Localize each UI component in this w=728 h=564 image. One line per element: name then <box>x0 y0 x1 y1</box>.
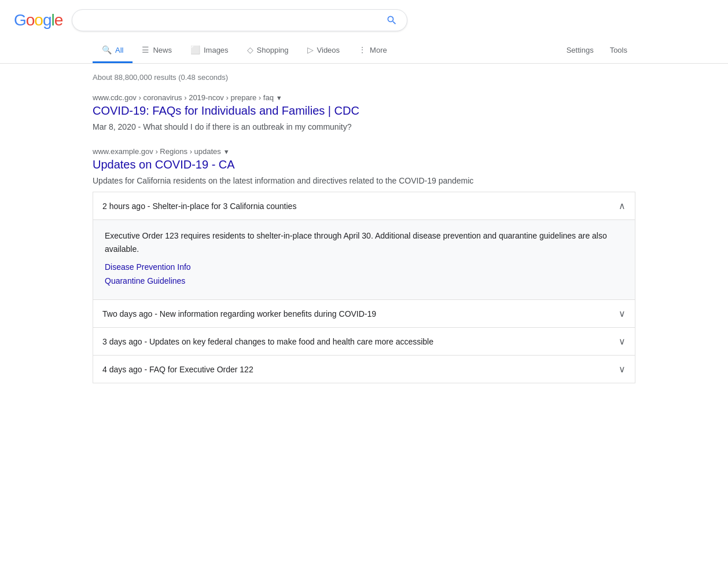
nav-right: Settings Tools <box>558 39 635 63</box>
expanded-text-1: Executive Order 123 requires residents t… <box>105 229 623 255</box>
result-title-cdc[interactable]: COVID-19: FAQs for Individuals and Famil… <box>93 103 635 118</box>
expand-icon-4: ∨ <box>619 364 626 375</box>
nav-tabs: 🔍 All ☰ News ⬜ Images ◇ Shopping ▷ Video… <box>0 38 728 64</box>
logo-letter-e: e <box>54 11 63 30</box>
result-url-text-cdc: www.cdc.gov › coronavirus › 2019-ncov › … <box>93 93 274 102</box>
more-icon: ⋮ <box>358 45 366 54</box>
all-icon: 🔍 <box>102 45 112 54</box>
expandable-row-2-label: Two days ago - New information regarding… <box>102 309 376 318</box>
expand-icon-2: ∨ <box>619 308 626 319</box>
main-content: About 88,800,000 results (0.48 seconds) … <box>0 64 728 415</box>
tab-shopping-label: Shopping <box>257 46 289 54</box>
expand-icon-3: ∨ <box>619 336 626 347</box>
settings-link[interactable]: Settings <box>558 39 602 63</box>
result-url-dropdown-cdc[interactable]: ▼ <box>276 94 282 101</box>
search-result-ca: www.example.gov › Regions › updates ▼ Up… <box>93 147 635 383</box>
tab-more[interactable]: ⋮ More <box>349 38 396 63</box>
tab-more-label: More <box>370 46 387 54</box>
expandable-row-1-label: 2 hours ago - Shelter-in-place for 3 Cal… <box>102 202 296 211</box>
disease-prevention-link[interactable]: Disease Prevention Info <box>105 262 623 272</box>
logo-letter-o2: o <box>34 11 43 30</box>
tools-link[interactable]: Tools <box>602 39 635 63</box>
result-url-dropdown-ca[interactable]: ▼ <box>223 148 230 155</box>
tab-all-label: All <box>115 46 123 54</box>
expandable-row-2[interactable]: Two days ago - New information regarding… <box>93 300 635 328</box>
tab-news-label: News <box>153 46 172 54</box>
results-count: About 88,800,000 results (0.48 seconds) <box>93 71 635 82</box>
search-result-cdc: www.cdc.gov › coronavirus › 2019-ncov › … <box>93 93 635 133</box>
expanded-content-1: Executive Order 123 requires residents t… <box>93 220 635 300</box>
shopping-icon: ◇ <box>247 45 253 54</box>
logo-letter-g: G <box>14 11 26 30</box>
tab-images[interactable]: ⬜ Images <box>181 38 238 63</box>
tab-news[interactable]: ☰ News <box>133 38 181 63</box>
result-url-cdc: www.cdc.gov › coronavirus › 2019-ncov › … <box>93 93 635 102</box>
result-title-ca[interactable]: Updates on COVID-19 - CA <box>93 157 635 172</box>
images-icon: ⬜ <box>190 45 200 54</box>
videos-icon: ▷ <box>307 45 314 54</box>
logo-letter-g2: g <box>43 11 52 30</box>
expandable-row-4[interactable]: 4 days ago - FAQ for Executive Order 122… <box>93 356 635 383</box>
tab-images-label: Images <box>204 46 229 54</box>
tab-videos-label: Videos <box>317 46 340 54</box>
result-description-ca: Updates for California residents on the … <box>93 174 635 187</box>
header: Google coronavirus in ca <box>0 0 728 31</box>
google-logo[interactable]: Google <box>14 11 62 30</box>
result-url-ca: www.example.gov › Regions › updates ▼ <box>93 147 635 156</box>
search-bar: coronavirus in ca <box>72 9 407 31</box>
expandable-row-3[interactable]: 3 days ago - Updates on key federal chan… <box>93 328 635 356</box>
expandable-section: 2 hours ago - Shelter-in-place for 3 Cal… <box>93 192 635 383</box>
expandable-row-3-label: 3 days ago - Updates on key federal chan… <box>102 337 433 346</box>
search-input[interactable]: coronavirus in ca <box>82 15 386 25</box>
tab-shopping[interactable]: ◇ Shopping <box>238 38 298 63</box>
tab-all[interactable]: 🔍 All <box>93 38 133 63</box>
search-button[interactable] <box>386 14 398 26</box>
logo-letter-o1: o <box>26 11 35 30</box>
quarantine-guidelines-link[interactable]: Quarantine Guidelines <box>105 276 623 285</box>
collapse-icon-1: ∧ <box>619 200 626 211</box>
news-icon: ☰ <box>142 45 149 54</box>
expandable-row-1[interactable]: 2 hours ago - Shelter-in-place for 3 Cal… <box>93 192 635 220</box>
expandable-row-4-label: 4 days ago - FAQ for Executive Order 122 <box>102 365 253 374</box>
tab-videos[interactable]: ▷ Videos <box>298 38 350 63</box>
search-icon <box>386 14 398 26</box>
result-url-text-ca: www.example.gov › Regions › updates <box>93 147 221 156</box>
result-snippet-cdc: Mar 8, 2020 - What should I do if there … <box>93 120 635 133</box>
